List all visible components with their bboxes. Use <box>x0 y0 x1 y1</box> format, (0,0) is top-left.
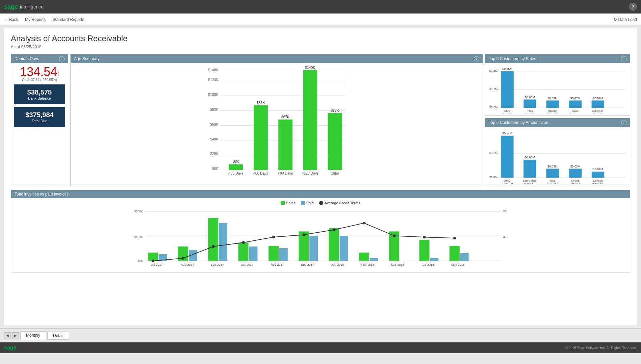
svg-text:Titus: Titus <box>527 109 533 112</box>
svg-rect-102 <box>279 248 288 261</box>
standard-reports-link[interactable]: Standard Reports <box>52 17 84 22</box>
svg-rect-116 <box>430 258 439 261</box>
svg-text:May-2018: May-2018 <box>451 263 465 266</box>
svg-point-123 <box>212 245 214 248</box>
bottom-tabs: ◀ ▶ Monthly Detail <box>0 328 641 342</box>
svg-text:$0.14M: $0.14M <box>502 132 512 135</box>
debtors-content: 134.54! Goal: 37.31 (-260.55%) $38,575 B… <box>11 63 68 130</box>
svg-text:<60 Days: <60 Days <box>253 172 268 175</box>
my-reports-link[interactable]: My Reports <box>25 17 46 22</box>
svg-text:$8K: $8K <box>233 160 239 163</box>
svg-text:$0.07M: $0.07M <box>547 97 558 100</box>
svg-rect-105 <box>309 236 318 261</box>
svg-text:(Cust-06): (Cust-06) <box>547 182 558 184</box>
svg-point-125 <box>272 236 275 238</box>
svg-text:(Cust-02): (Cust-02) <box>592 112 604 113</box>
age-summary-content: $0K $20K $40K $60K $80K $100K $120K $140… <box>71 63 483 178</box>
svg-text:$0.2M: $0.2M <box>489 87 498 91</box>
invoices-header: Total invoices vs paid invoices <box>11 190 630 198</box>
data-load-button[interactable]: ↻ Data Load <box>614 17 637 22</box>
svg-rect-101 <box>268 246 279 261</box>
svg-rect-95 <box>208 218 219 261</box>
svg-text:Cycle: Cycle <box>572 109 579 112</box>
svg-rect-107 <box>329 228 339 261</box>
copyright-text: © 2018 Sage Software Inc. All Rights Res… <box>565 346 637 350</box>
svg-rect-65 <box>523 160 536 178</box>
total-due-label: Total Due <box>17 119 62 123</box>
logo-sage: sage <box>4 3 18 10</box>
svg-text:$0K: $0K <box>137 259 143 262</box>
age-summary-header: Age Summary i <box>71 54 483 63</box>
back-link[interactable]: ← Back <box>4 17 18 22</box>
tab-nav-right[interactable]: ▶ <box>12 332 19 339</box>
svg-text:Oct-2017: Oct-2017 <box>241 263 253 266</box>
total-due-box: $375,984 Total Due <box>14 107 65 127</box>
svg-text:$0.03M: $0.03M <box>547 165 558 168</box>
svg-rect-108 <box>340 236 348 261</box>
age-summary-chart: $0K $20K $40K $60K $80K $100K $120K $140… <box>73 66 480 175</box>
top-sales-header: Top 5 Customers by Sales i <box>485 54 630 63</box>
bank-balance-box: $38,575 Bank Balance <box>14 84 65 104</box>
svg-text:(Cust-06): (Cust-06) <box>524 112 536 113</box>
svg-text:<120 Days: <120 Days <box>302 172 318 175</box>
svg-text:$67K: $67K <box>281 115 289 119</box>
svg-text:(Cust-20): (Cust-20) <box>592 182 604 184</box>
top-amount-info-icon[interactable]: i <box>621 120 626 125</box>
invoices-content: Sales Paid Average Credit Terms $200K $1… <box>11 198 630 272</box>
svg-text:$80K: $80K <box>210 108 218 111</box>
svg-point-126 <box>302 233 305 236</box>
svg-text:$0.08M: $0.08M <box>525 96 535 99</box>
svg-text:Jul-2017: Jul-2017 <box>151 263 163 266</box>
top-bar: sage intelligence ? <box>0 0 641 14</box>
report-date: As at 06/25/2018 <box>11 45 630 49</box>
tab-detail[interactable]: Detail <box>47 332 69 340</box>
svg-rect-49 <box>569 101 582 108</box>
main-content: Analysis of Accounts Receivable As at 06… <box>4 28 637 326</box>
svg-text:$100K: $100K <box>134 235 143 239</box>
age-summary-info-icon[interactable]: i <box>474 56 479 61</box>
svg-rect-110 <box>359 253 369 261</box>
svg-rect-22 <box>278 120 292 170</box>
tab-monthly[interactable]: Monthly <box>20 331 46 340</box>
svg-rect-45 <box>546 101 559 108</box>
svg-rect-37 <box>501 71 513 108</box>
top-sales-info-icon[interactable]: i <box>621 56 626 61</box>
help-button[interactable]: ? <box>629 3 637 11</box>
invoices-chart: $200K $100K $0K 50 40 Jul-2017 <box>14 206 627 268</box>
svg-point-121 <box>152 260 154 262</box>
svg-rect-16 <box>229 164 243 170</box>
svg-text:(Cust-03): (Cust-03) <box>502 112 513 113</box>
svg-text:$0K: $0K <box>212 167 219 171</box>
tab-nav-left[interactable]: ◀ <box>4 332 11 339</box>
debtors-days-panel: Debtors Days i 134.54! Goal: 37.31 (-260… <box>11 54 68 186</box>
report-title: Analysis of Accounts Receivable <box>11 34 630 43</box>
svg-text:<30 Days: <30 Days <box>229 172 243 175</box>
svg-text:50: 50 <box>503 210 507 213</box>
svg-text:BMC: BMC <box>504 109 510 112</box>
bank-balance-label: Bank Balance <box>17 96 62 100</box>
svg-rect-41 <box>523 100 536 108</box>
svg-text:$0.35M: $0.35M <box>502 67 512 71</box>
svg-text:$0.0M: $0.0M <box>489 106 498 109</box>
svg-text:$0.02M: $0.02M <box>593 167 603 171</box>
debtors-info-icon[interactable]: i <box>59 56 65 61</box>
top-amount-content: $0.0M $0.1M $0.14M BMC (Cust-03) $0.06M … <box>485 127 630 186</box>
bank-balance-amount: $38,575 <box>17 88 62 96</box>
svg-text:Bickerton: Bickerton <box>592 109 604 112</box>
svg-text:$0.07M: $0.07M <box>593 97 603 100</box>
svg-point-130 <box>423 236 426 238</box>
svg-text:$60K: $60K <box>210 123 218 126</box>
top-sales-chart: $0.0M $0.2M $0.4M $0.35M BMC (Cust-03) <box>487 65 628 113</box>
svg-text:$40K: $40K <box>210 137 218 141</box>
svg-text:Apr-2018: Apr-2018 <box>421 263 434 266</box>
svg-rect-111 <box>370 258 378 261</box>
svg-rect-61 <box>501 136 514 178</box>
svg-text:$0.4M: $0.4M <box>489 69 498 73</box>
svg-text:$0.06M: $0.06M <box>525 156 535 159</box>
svg-rect-115 <box>419 240 430 261</box>
logo-intelligence: intelligence <box>20 4 44 9</box>
svg-point-127 <box>333 228 335 231</box>
bottom-sage-logo: sage <box>4 345 16 351</box>
svg-text:(Cust-17): (Cust-17) <box>524 182 536 184</box>
svg-text:(Cust-03): (Cust-03) <box>502 182 513 184</box>
